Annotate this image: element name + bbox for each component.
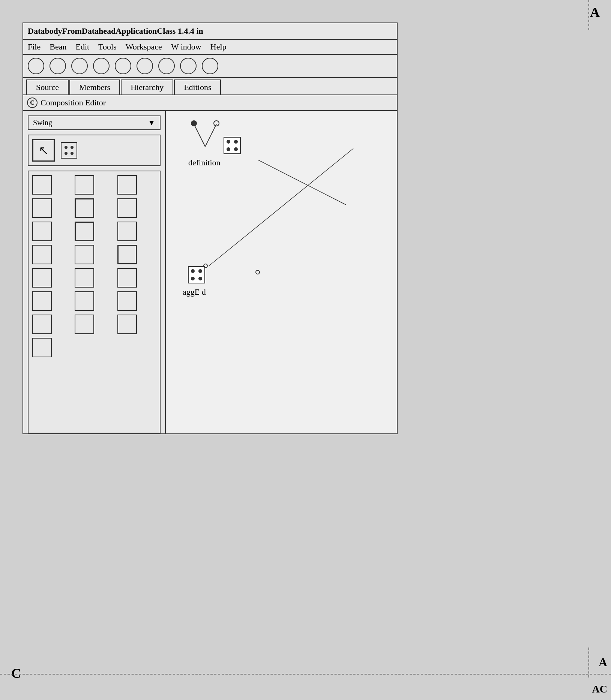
- component-dot-4: [71, 152, 74, 155]
- palette-item-17[interactable]: [75, 291, 94, 311]
- palette-item-4[interactable]: [32, 198, 52, 218]
- palette-item-18[interactable]: [117, 291, 137, 311]
- tools-area: ↖: [28, 135, 161, 166]
- palette-item-5[interactable]: [75, 198, 94, 218]
- toolbar-btn-7[interactable]: [158, 58, 175, 74]
- palette-item-22[interactable]: [32, 338, 52, 357]
- toolbar-btn-1[interactable]: [28, 58, 44, 74]
- tab-hierarchy[interactable]: Hierarchy: [121, 79, 173, 94]
- menu-help[interactable]: Help: [210, 42, 227, 52]
- cursor-arrow-icon: ↖: [39, 143, 49, 157]
- component-dot-2: [71, 146, 74, 149]
- menu-workspace[interactable]: Workspace: [126, 42, 162, 52]
- palette-item-11[interactable]: [75, 245, 94, 264]
- aggged-top-connector: [204, 264, 207, 268]
- def-dot-2: [234, 140, 238, 144]
- toolbar-btn-4[interactable]: [93, 58, 110, 74]
- palette-item-6[interactable]: [117, 198, 137, 218]
- aggged-dot-2: [198, 269, 202, 273]
- aggged-bean-box[interactable]: [188, 267, 205, 283]
- tab-members[interactable]: Members: [69, 79, 120, 94]
- toolbar-btn-3[interactable]: [71, 58, 88, 74]
- def-dot-4: [234, 147, 238, 151]
- workspace-panel: definition aggE d: [166, 111, 397, 433]
- tab-editions[interactable]: Editions: [174, 79, 221, 94]
- palette-item-20[interactable]: [75, 315, 94, 334]
- palette-item-10[interactable]: [32, 245, 52, 264]
- palette-item-8[interactable]: [75, 222, 94, 241]
- palette-item-1[interactable]: [32, 175, 52, 195]
- palette-item-14[interactable]: [75, 268, 94, 288]
- aggged-dot-3: [191, 277, 195, 280]
- component-tool[interactable]: [61, 142, 77, 159]
- tab-source[interactable]: Source: [26, 79, 69, 94]
- aggged-dot-4: [198, 277, 202, 280]
- definition-label: definition: [188, 158, 221, 168]
- aggged-label: aggE d: [183, 287, 206, 297]
- annotation-c-line: [0, 674, 611, 675]
- menu-bean[interactable]: Bean: [50, 42, 66, 52]
- toolbar-btn-9[interactable]: [202, 58, 218, 74]
- composition-label: Composition Editor: [41, 98, 106, 108]
- menu-window[interactable]: W indow: [171, 42, 201, 52]
- composition-icon: C: [27, 97, 38, 108]
- composition-header: C Composition Editor: [23, 95, 397, 111]
- component-dot-1: [65, 146, 68, 149]
- definition-bean-box[interactable]: [224, 137, 240, 154]
- main-area: Swing ▼ ↖: [23, 111, 397, 433]
- tabs-bar: Source Members Hierarchy Editions: [23, 78, 397, 95]
- annotation-a-top-line: [588, 0, 589, 30]
- annotation-a-top-label: A: [590, 4, 600, 20]
- menu-edit[interactable]: Edit: [75, 42, 89, 52]
- toolbar-btn-5[interactable]: [115, 58, 131, 74]
- palette-item-12[interactable]: [117, 245, 137, 264]
- main-window: DatabodyFromDataheadApplicationClass 1.4…: [23, 22, 398, 434]
- title-bar: DatabodyFromDataheadApplicationClass 1.4…: [23, 23, 397, 40]
- connection-line: [258, 160, 346, 205]
- palette-item-15[interactable]: [117, 268, 137, 288]
- menu-tools[interactable]: Tools: [98, 42, 117, 52]
- triangle-left-line: [194, 124, 205, 147]
- annotation-a-bottom: A: [599, 656, 607, 668]
- cursor-tool[interactable]: ↖: [32, 139, 55, 162]
- toolbar-btn-6[interactable]: [137, 58, 153, 74]
- toolbar-btn-8[interactable]: [180, 58, 197, 74]
- dropdown-arrow-icon: ▼: [148, 118, 155, 127]
- palette-item-7[interactable]: [32, 222, 52, 241]
- palette-item-3[interactable]: [117, 175, 137, 195]
- filled-endpoint: [191, 120, 197, 126]
- window-title: DatabodyFromDataheadApplicationClass 1.4…: [28, 26, 203, 36]
- aggged-dot-1: [191, 269, 195, 273]
- palette-item-21[interactable]: [117, 315, 137, 334]
- annotation-c-left: C: [11, 666, 21, 681]
- toolbar-btn-2[interactable]: [50, 58, 66, 74]
- triangle-right-line: [205, 124, 216, 147]
- toolbar: [23, 55, 397, 78]
- palette-grid: [28, 171, 161, 433]
- palette-item-13[interactable]: [32, 268, 52, 288]
- palette-item-16[interactable]: [32, 291, 52, 311]
- left-panel: Swing ▼ ↖: [23, 111, 166, 433]
- annotation-ac-bottom: AC: [592, 684, 607, 694]
- menu-file[interactable]: File: [28, 42, 41, 52]
- def-dot-1: [227, 140, 230, 144]
- palette-item-19[interactable]: [32, 315, 52, 334]
- menu-bar: File Bean Edit Tools Workspace W indow H…: [23, 40, 397, 55]
- swing-dropdown[interactable]: Swing ▼: [28, 115, 161, 130]
- swing-dropdown-value: Swing: [33, 118, 52, 127]
- component-dot-3: [65, 152, 68, 155]
- aggeEd-connector: [256, 270, 260, 274]
- annotation-a-bottom-line: [588, 648, 589, 678]
- palette-item-2[interactable]: [75, 175, 94, 195]
- def-dot-3: [227, 147, 230, 151]
- open-endpoint: [214, 121, 219, 126]
- palette-item-9[interactable]: [117, 222, 137, 241]
